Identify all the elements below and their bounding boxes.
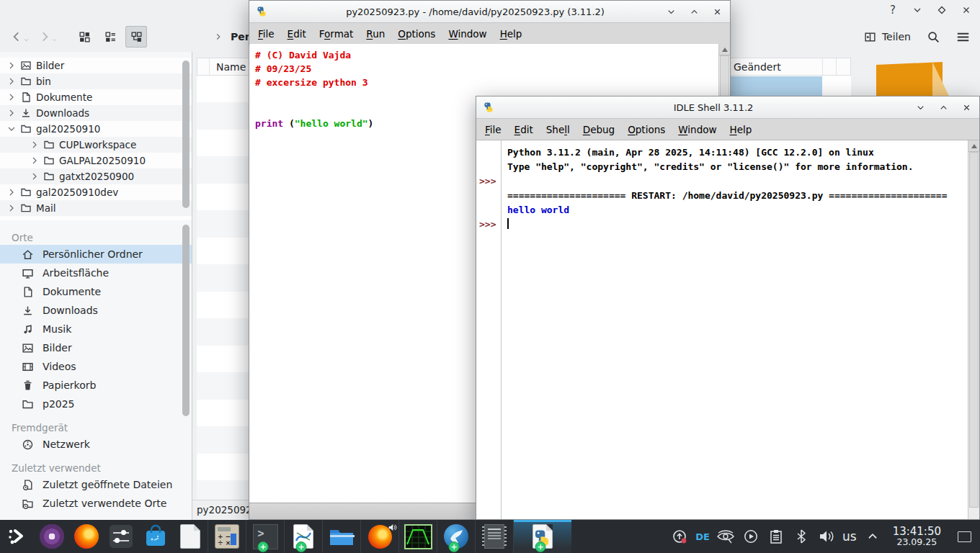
document-icon[interactable] [173,520,208,553]
tree-item-bilder[interactable]: Bilder [0,58,192,73]
minimize-icon[interactable] [911,4,924,17]
system-settings-icon[interactable] [104,520,138,553]
icons-view-button[interactable] [74,26,95,48]
shell-titlebar[interactable]: IDLE Shell 3.11.2 [476,96,979,119]
menu-options[interactable]: Options [621,121,672,138]
menu-debug[interactable]: Debug [576,121,621,138]
scroll-up-arrow-icon[interactable] [968,140,979,152]
minimize-icon[interactable] [666,6,677,17]
clipboard-icon[interactable] [767,527,785,546]
menu-run[interactable]: Run [360,25,391,42]
place-item-pers-nlicher-ordner[interactable]: Persönlicher Ordner [0,245,192,264]
media-player-icon[interactable] [741,527,760,546]
minimize-icon[interactable] [915,102,926,113]
blue-app-task[interactable]: + [437,520,475,553]
tree-item-cuplworkspace[interactable]: CUPLworkspace [0,137,192,153]
tree-item-gal20250910dev[interactable]: gal20250910dev [0,184,192,200]
menu-help[interactable]: Help [723,121,759,138]
place-item-p2025[interactable]: p2025 [0,395,192,413]
menu-options[interactable]: Options [391,25,442,42]
expand-icon[interactable] [29,171,40,182]
place-item-zuletzt-verwendete-orte[interactable]: Zuletzt verwendete Orte [0,494,192,513]
app-launcher-button[interactable] [0,520,35,553]
tree-item-mail[interactable]: Mail [0,200,192,216]
details-view-button[interactable] [99,26,121,48]
shell-scrollbar[interactable] [968,140,979,519]
maximize-icon[interactable] [689,6,700,17]
drawing-app-task[interactable]: + [284,520,322,553]
place-item-videos[interactable]: Videos [0,357,192,376]
split-view-button[interactable]: Teilen [864,31,911,43]
expand-icon[interactable] [6,76,17,87]
chip-tool-task[interactable] [475,520,513,553]
discover-icon[interactable] [138,520,173,553]
place-item-papierkorb[interactable]: Papierkorb [0,376,192,395]
close-icon[interactable] [712,6,723,17]
search-icon[interactable] [927,30,940,44]
shell-text-area[interactable]: Python 3.11.2 (main, Apr 28 2025, 14:11:… [477,140,968,519]
place-item-dokumente[interactable]: Dokumente [0,282,192,301]
python-idle-task[interactable]: + [513,520,571,553]
chevron-up-icon[interactable] [863,527,882,546]
expand-icon[interactable] [6,107,17,119]
tree-item-downloads[interactable]: Downloads [0,105,192,121]
menu-file[interactable]: File [478,121,508,138]
tree-item-galpal20250910[interactable]: GALPAL20250910 [0,153,192,168]
oscilloscope-task[interactable] [398,520,437,553]
clock-widget[interactable]: 13:41:50 23.09.25 [888,526,945,547]
updates-icon[interactable] [670,527,689,546]
expand-icon[interactable] [6,186,17,198]
place-item-zuletzt-ge-ffnete-dateien[interactable]: Zuletzt geöffnete Dateien [0,475,192,494]
tree-item-gatxt20250900[interactable]: gatxt20250900 [0,168,192,184]
dolphin-task[interactable] [322,520,360,553]
menu-edit[interactable]: Edit [281,25,313,42]
firefox-audio-task[interactable] [360,520,398,553]
show-desktop-button[interactable] [958,531,971,542]
column-header-modified[interactable]: Geändert [727,58,823,75]
maximize-icon[interactable] [938,102,949,113]
tree-item-gal20250910[interactable]: gal20250910 [0,121,192,137]
place-item-musik[interactable]: Musik [0,320,192,338]
collapse-icon[interactable] [6,123,17,135]
calculator-task[interactable]: + −÷ × [208,520,246,553]
hamburger-icon[interactable] [956,30,970,44]
keyboard-layout-indicator[interactable]: DE [695,531,710,542]
help-icon[interactable]: ? [886,4,899,17]
firefox-icon[interactable] [69,520,104,553]
menu-window[interactable]: Window [442,25,493,42]
editor-titlebar[interactable]: py20250923.py - /home/david/py20250923.p… [249,1,730,23]
place-item-netzwerk[interactable]: Netzwerk [0,435,192,454]
tree-item-dokumente[interactable]: Dokumente [0,89,192,105]
scroll-up-arrow-icon[interactable] [719,44,730,55]
close-icon[interactable] [961,102,972,113]
place-item-downloads[interactable]: Downloads [0,301,192,320]
menu-shell[interactable]: Shell [540,121,576,138]
place-item-arbeitsfl-che[interactable]: Arbeitsfläche [0,264,192,282]
keyboard-layout-indicator-2[interactable]: us [842,529,857,544]
terminal-task[interactable]: > + [246,520,284,553]
menu-format[interactable]: Format [313,25,360,42]
tor-browser-icon[interactable] [35,520,69,553]
header-cell-extra1[interactable] [823,58,837,75]
tree-view-button[interactable] [125,26,147,48]
expand-icon[interactable] [6,60,17,71]
maximize-icon[interactable] [935,4,948,17]
tree-scrollbar[interactable] [182,60,190,208]
menu-help[interactable]: Help [494,25,529,42]
forward-button[interactable] [34,27,62,46]
close-icon[interactable] [960,4,973,17]
header-cell-extra2[interactable] [837,58,850,75]
expand-icon[interactable] [29,139,40,150]
expand-icon[interactable] [6,91,17,103]
menu-window[interactable]: Window [672,121,723,138]
expand-icon[interactable] [6,202,17,214]
place-item-bilder[interactable]: Bilder [0,338,192,357]
tree-item-bin[interactable]: bin [0,73,192,89]
expand-icon[interactable] [29,155,40,166]
eye-icon[interactable] [716,527,735,546]
volume-icon[interactable] [817,527,836,546]
back-button[interactable] [6,27,34,46]
menu-file[interactable]: File [251,25,281,42]
scrollbar-thumb[interactable] [969,152,979,508]
menu-edit[interactable]: Edit [508,121,540,138]
